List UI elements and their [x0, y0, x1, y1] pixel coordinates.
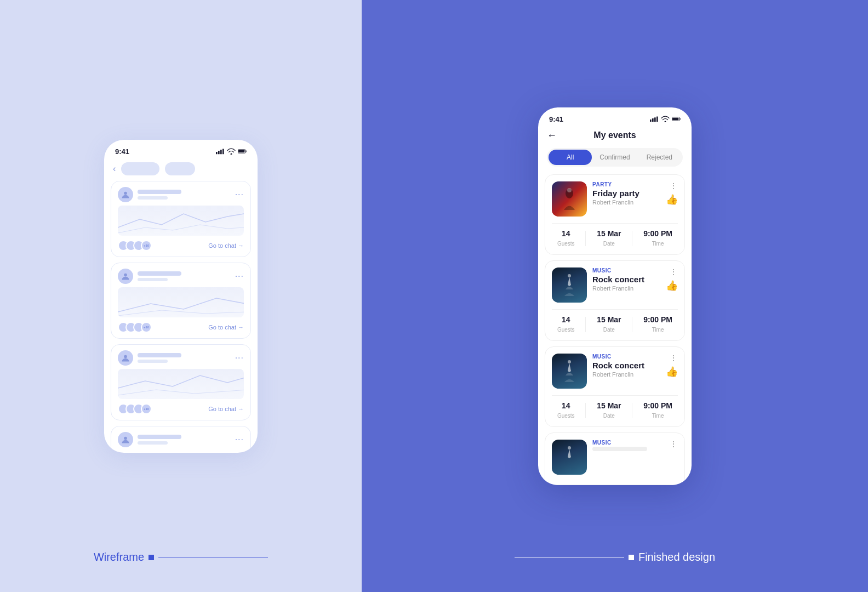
fp-more-btn-3[interactable]: ⋮ — [670, 354, 678, 362]
finished-label-area: Finished design — [515, 551, 715, 563]
wf-name-group-1 — [138, 190, 235, 200]
wf-menu-dots-4[interactable]: ··· — [235, 435, 244, 445]
wf-goto-2[interactable]: Go to chat → — [208, 324, 244, 331]
wf-name-group-2 — [138, 271, 235, 281]
svg-rect-0 — [216, 152, 218, 154]
svg-rect-2 — [220, 150, 222, 154]
svg-rect-3 — [222, 149, 224, 155]
fp-event-info-3: MUSIC Rock concert Robert Franclin — [592, 354, 660, 378]
wf-avatar-4 — [118, 432, 133, 447]
fp-stat-guests-1: 14 Guests — [557, 229, 575, 248]
wf-menu-dots-2[interactable]: ··· — [235, 271, 244, 281]
finished-dot — [629, 555, 634, 560]
fp-tab-confirmed[interactable]: Confirmed — [593, 150, 636, 165]
fp-event-category-4: MUSIC — [592, 440, 664, 446]
right-panel: 9:41 — [362, 0, 868, 592]
fp-event-card-1: PARTY Friday party Robert Franclin ⋮ 👍 1… — [545, 174, 685, 255]
wf-avatar-2 — [118, 269, 133, 284]
fp-event-info-2: MUSIC Rock concert Robert Franclin — [592, 267, 660, 292]
fp-event-card-3: MUSIC Rock concert Robert Franclin ⋮ 👍 1… — [545, 346, 685, 427]
wf-name-group-4 — [138, 435, 235, 445]
fp-event-card-4-partial: MUSIC ⋮ — [545, 432, 685, 485]
fp-event-category-3: MUSIC — [592, 354, 660, 360]
fp-stat-date-3: 15 Mar Date — [597, 401, 621, 420]
wf-footer-2: +10 Go to chat → — [118, 322, 244, 333]
wf-avatars-2: +10 — [118, 322, 152, 333]
fp-event-organizer-3: Robert Franclin — [592, 371, 660, 378]
fp-event-actions-2: ⋮ 👍 — [666, 267, 678, 292]
fp-event-name-3: Rock concert — [592, 361, 660, 370]
svg-point-9 — [124, 355, 127, 358]
fp-like-btn-3[interactable]: 👍 — [666, 366, 678, 378]
wireframe-label-area: Wireframe — [94, 551, 268, 563]
fp-event-img-concert-1 — [552, 267, 587, 303]
fp-page-title: My events — [593, 130, 636, 140]
wf-sub-line — [138, 196, 168, 200]
svg-rect-11 — [650, 119, 652, 122]
finished-phone: 9:41 — [538, 107, 692, 485]
fp-stat-date-1: 15 Mar Date — [597, 229, 621, 248]
fp-stat-date-2: 15 Mar Date — [597, 315, 621, 334]
fp-event-actions-4: ⋮ — [670, 440, 678, 448]
fp-event-name-1: Friday party — [592, 189, 660, 198]
finished-label: Finished design — [638, 551, 715, 563]
wf-avatar-1 — [118, 187, 133, 202]
fp-wifi-icon — [661, 116, 670, 122]
fp-filter-tabs: All Confirmed Rejected — [547, 148, 683, 167]
svg-rect-5 — [245, 150, 246, 152]
fp-back-button[interactable]: ← — [547, 130, 557, 141]
fp-stat-guests-2: 14 Guests — [557, 315, 575, 334]
fp-event-name-2: Rock concert — [592, 275, 660, 284]
fp-more-btn-4[interactable]: ⋮ — [670, 440, 678, 448]
svg-rect-12 — [652, 118, 654, 122]
wf-goto-1[interactable]: Go to chat → — [208, 242, 244, 249]
fp-stat-time-1: 9:00 PM Time — [643, 229, 672, 248]
wf-chart-2 — [118, 287, 244, 317]
fp-event-actions-3: ⋮ 👍 — [666, 354, 678, 378]
wf-menu-dots-1[interactable]: ··· — [235, 190, 244, 200]
wf-time: 9:41 — [115, 147, 129, 156]
svg-point-22 — [568, 446, 571, 449]
fp-event-info-1: PARTY Friday party Robert Franclin — [592, 181, 660, 206]
fp-event-organizer-1: Robert Franclin — [592, 199, 660, 206]
svg-point-20 — [568, 274, 571, 277]
svg-rect-13 — [654, 117, 656, 122]
wf-chart-1 — [118, 206, 244, 236]
wireframe-label: Wireframe — [94, 551, 144, 563]
wf-nav-pill-1 — [121, 162, 159, 175]
fp-tab-rejected[interactable]: Rejected — [638, 150, 681, 165]
battery-icon — [238, 148, 247, 155]
wf-card-4: ··· — [111, 426, 251, 453]
fp-time: 9:41 — [549, 115, 563, 123]
fp-more-btn-1[interactable]: ⋮ — [670, 181, 678, 190]
fp-event-category-2: MUSIC — [592, 267, 660, 274]
svg-point-19 — [567, 188, 572, 192]
wireframe-dot — [149, 555, 154, 560]
svg-rect-1 — [218, 151, 220, 154]
fp-like-btn-2[interactable]: 👍 — [666, 280, 678, 292]
wf-nav-pill-2 — [165, 162, 195, 175]
wf-card-1: ··· +10 Go to chat → — [111, 181, 251, 257]
signal-icon — [216, 148, 225, 155]
fp-more-btn-2[interactable]: ⋮ — [670, 267, 678, 276]
wf-footer-1: +10 Go to chat → — [118, 240, 244, 251]
wf-avatars-3: +10 — [118, 403, 152, 414]
wf-menu-dots-3[interactable]: ··· — [235, 353, 244, 363]
fp-event-stats-3: 14 Guests 15 Mar Date 9:00 PM Time — [552, 395, 678, 420]
fp-event-img-concert-3 — [552, 440, 587, 475]
fp-event-stats-1: 14 Guests 15 Mar Date 9:00 PM Time — [552, 223, 678, 248]
wf-back-icon[interactable]: ‹ — [113, 164, 116, 174]
svg-point-21 — [568, 360, 571, 363]
wf-goto-3[interactable]: Go to chat → — [208, 406, 244, 412]
fp-stat-guests-3: 14 Guests — [557, 401, 575, 420]
wf-name-group-3 — [138, 353, 235, 363]
wf-footer-3: +10 Go to chat → — [118, 403, 244, 414]
fp-like-btn-1[interactable]: 👍 — [666, 193, 678, 206]
svg-rect-14 — [656, 117, 658, 122]
fp-event-stats-2: 14 Guests 15 Mar Date 9:00 PM Time — [552, 309, 678, 334]
left-panel: 9:41 — [0, 0, 362, 592]
svg-rect-17 — [672, 118, 678, 121]
wf-card-3: ··· +10 Go to chat → — [111, 344, 251, 420]
fp-tab-all[interactable]: All — [549, 150, 592, 165]
svg-point-7 — [124, 191, 127, 195]
